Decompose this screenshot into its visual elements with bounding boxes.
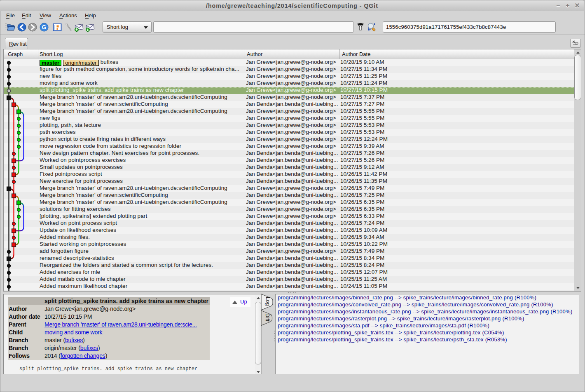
svg-text:G: G	[42, 24, 47, 30]
